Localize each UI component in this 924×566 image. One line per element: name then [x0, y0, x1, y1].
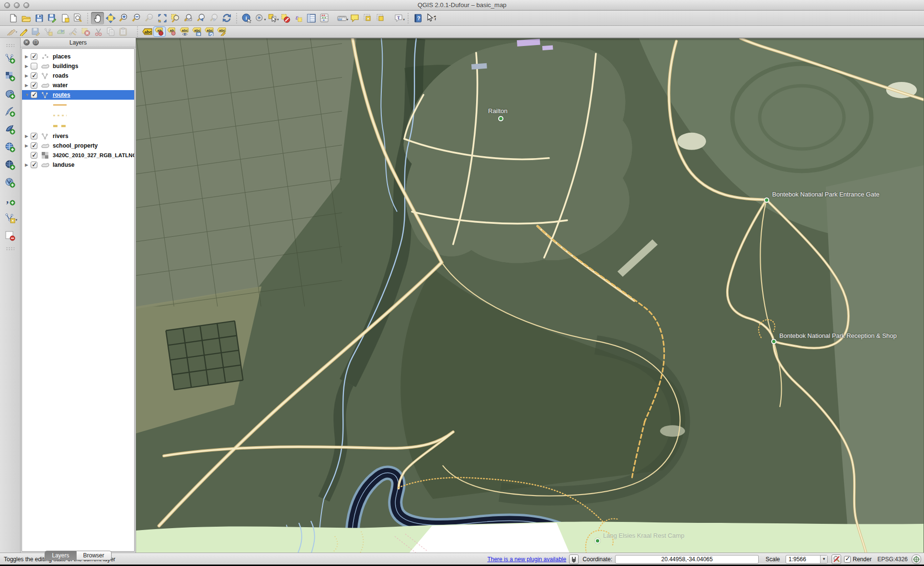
whats-this-button[interactable]: ?: [424, 12, 437, 24]
show-bookmarks-button[interactable]: [374, 12, 387, 24]
copy-features-button[interactable]: [104, 26, 117, 37]
add-wfs-layer-button[interactable]: [3, 176, 17, 189]
plugin-icon[interactable]: [569, 554, 579, 564]
map-canvas[interactable]: Railton Bontebok National Park Entrance …: [136, 38, 924, 553]
select-features-button[interactable]: ▾: [266, 12, 279, 24]
save-project-button[interactable]: [33, 12, 46, 24]
delete-selected-button[interactable]: [80, 26, 92, 37]
add-vector-layer-button[interactable]: [3, 52, 17, 65]
expand-arrow-icon[interactable]: ▶: [25, 162, 31, 167]
measure-line-button[interactable]: ▾: [335, 12, 348, 24]
scale-combo[interactable]: 1:9566 ▼: [786, 555, 828, 564]
expand-arrow-icon[interactable]: ▶: [25, 54, 31, 59]
toggle-editing-button[interactable]: [17, 26, 30, 37]
layer-row-landuse[interactable]: ▶ landuse: [22, 160, 134, 170]
new-print-composer-button[interactable]: [58, 12, 71, 24]
collapse-arrow-icon[interactable]: ▼: [25, 92, 31, 97]
identify-features-button[interactable]: i: [240, 12, 253, 24]
new-project-button[interactable]: [7, 12, 20, 24]
layer-row-roads[interactable]: ▶ roads: [22, 71, 134, 81]
layer-row-buildings[interactable]: ▶ buildings: [22, 61, 134, 71]
map-tips-button[interactable]: [348, 12, 361, 24]
add-spatialite-layer-button[interactable]: [3, 105, 17, 118]
layer-row-raster[interactable]: 3420C_2010_327_RGB_LATLNG: [22, 150, 134, 160]
field-calculator-button[interactable]: [318, 12, 331, 24]
show-hide-labels-button[interactable]: abc: [178, 26, 191, 37]
tab-layers[interactable]: Layers: [45, 551, 76, 560]
zoom-next-button[interactable]: [207, 12, 220, 24]
move-feature-button[interactable]: [55, 26, 67, 37]
cut-features-button[interactable]: [92, 26, 104, 37]
routes-symbol-dashed-thick[interactable]: [53, 121, 134, 131]
pin-unpin-labels-button[interactable]: ab: [153, 26, 166, 37]
expand-arrow-icon[interactable]: ▶: [25, 143, 31, 148]
node-tool-button[interactable]: [67, 26, 80, 37]
save-project-as-button[interactable]: [46, 12, 58, 24]
layer-checkbox[interactable]: [31, 142, 37, 149]
pan-map-button[interactable]: [91, 12, 104, 24]
new-plugin-link[interactable]: There is a new plugin available: [487, 556, 566, 563]
zoom-last-button[interactable]: [194, 12, 207, 24]
expand-arrow-icon[interactable]: ▶: [25, 73, 31, 78]
layer-checkbox[interactable]: [31, 92, 37, 98]
rotate-label-button[interactable]: abc: [203, 26, 216, 37]
change-label-properties-button[interactable]: abc: [216, 26, 228, 37]
routes-symbol-solid[interactable]: [53, 100, 134, 110]
add-mssql-layer-button[interactable]: [3, 123, 17, 136]
expand-arrow-icon[interactable]: ▶: [25, 83, 31, 88]
add-wms-layer-button[interactable]: [3, 140, 17, 154]
stop-rendering-icon[interactable]: [832, 554, 841, 564]
run-feature-action-button[interactable]: ▾: [253, 12, 266, 24]
open-attribute-table-button[interactable]: [305, 12, 318, 24]
add-wcs-layer-button[interactable]: [3, 158, 17, 172]
layer-checkbox[interactable]: [31, 162, 37, 168]
zoom-to-selection-button[interactable]: [169, 12, 182, 24]
help-contents-button[interactable]: ?: [411, 12, 424, 24]
current-edits-button[interactable]: ▾: [5, 26, 17, 37]
close-panel-icon[interactable]: ✕: [23, 39, 30, 46]
refresh-map-button[interactable]: [220, 12, 233, 24]
layer-checkbox[interactable]: [31, 152, 37, 159]
crs-status-icon[interactable]: [912, 554, 921, 564]
layer-row-routes[interactable]: ▼ routes: [22, 90, 134, 100]
pan-to-selection-button[interactable]: [104, 12, 117, 24]
float-panel-icon[interactable]: ❐: [33, 39, 39, 46]
layer-checkbox[interactable]: [31, 63, 37, 69]
zoom-actual-size-button[interactable]: 1:1: [143, 12, 156, 24]
layer-checkbox[interactable]: [31, 53, 37, 60]
tab-browser[interactable]: Browser: [77, 551, 112, 560]
layer-row-school-property[interactable]: ▶ school_property: [22, 141, 134, 150]
zoom-full-button[interactable]: [156, 12, 169, 24]
open-project-button[interactable]: [20, 12, 33, 24]
new-shapefile-layer-button[interactable]: ▾: [3, 211, 17, 225]
paste-features-button[interactable]: [117, 26, 129, 37]
text-annotation-button[interactable]: ▾T: [392, 12, 405, 24]
zoom-in-button[interactable]: [117, 12, 130, 24]
expand-arrow-icon[interactable]: ▶: [25, 64, 31, 69]
new-bookmark-button[interactable]: [361, 12, 374, 24]
render-checkbox[interactable]: [844, 556, 851, 563]
layer-checkbox[interactable]: [31, 82, 37, 89]
highlight-pinned-labels-button[interactable]: ab: [166, 26, 178, 37]
zoom-out-button[interactable]: [130, 12, 143, 24]
select-by-expression-button[interactable]: ε: [292, 12, 305, 24]
layer-labeling-options-button[interactable]: abc: [141, 26, 153, 37]
layer-row-water[interactable]: ▶ water: [22, 81, 134, 90]
add-postgis-layer-button[interactable]: [3, 87, 17, 101]
routes-symbol-dashed-thin[interactable]: [53, 110, 134, 121]
toolbar-grip[interactable]: [6, 44, 14, 47]
layer-checkbox[interactable]: [31, 133, 37, 139]
zoom-to-layer-button[interactable]: [182, 12, 194, 24]
coordinate-input[interactable]: 20.44958,-34.04065: [615, 555, 759, 564]
expand-arrow-icon[interactable]: ▶: [25, 134, 31, 139]
layer-checkbox[interactable]: [31, 72, 37, 79]
remove-layer-group-button[interactable]: [3, 229, 17, 243]
add-feature-button[interactable]: [42, 26, 55, 37]
move-label-button[interactable]: abc: [191, 26, 203, 37]
layer-row-places[interactable]: ▶ places: [22, 52, 134, 61]
add-raster-layer-button[interactable]: [3, 69, 17, 83]
add-delimited-text-layer-button[interactable]: ,: [3, 194, 17, 207]
composer-manager-button[interactable]: [71, 12, 84, 24]
deselect-features-button[interactable]: [279, 12, 292, 24]
toolbar-grip[interactable]: [6, 247, 14, 251]
